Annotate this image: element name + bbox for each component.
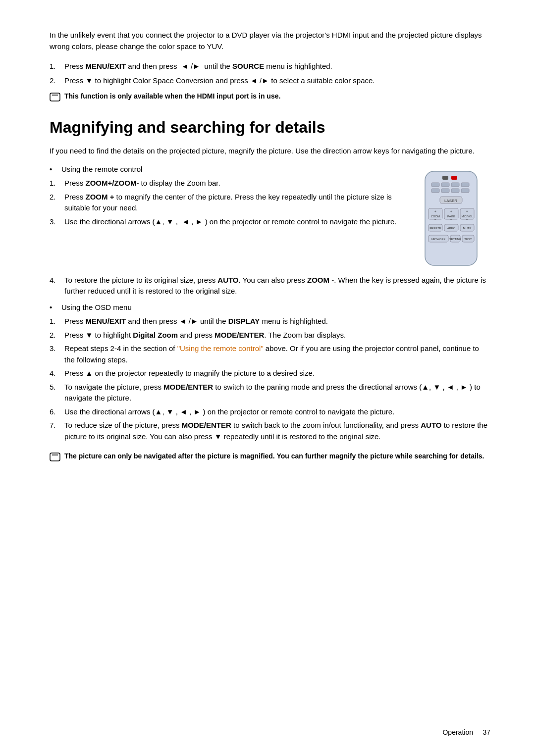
remote-bullet-list: Using the remote control [50, 164, 401, 175]
remote-step-4-container: 4. To restore the picture to its origina… [50, 275, 490, 297]
svg-rect-5 [431, 183, 439, 187]
intro-note: This function is only available when the… [50, 92, 490, 103]
note-icon [50, 93, 60, 103]
svg-rect-12 [461, 189, 469, 193]
svg-rect-9 [431, 189, 439, 193]
remote-step-3: 3. Use the directional arrows (▲, ▼ , ◄ … [50, 216, 401, 228]
svg-text:MUTE: MUTE [463, 227, 471, 230]
section-title: Magnifying and searching for details [50, 118, 490, 137]
intro-paragraph: In the unlikely event that you connect t… [50, 30, 490, 52]
osd-step-1: 1. Press MENU/EXIT and then press ◄ /► u… [50, 316, 490, 327]
svg-text:+: + [450, 210, 452, 213]
osd-label: Using the OSD menu [61, 302, 132, 313]
remote-step-2: 2. Press ZOOM + to magnify the center of… [50, 192, 401, 214]
svg-text:FREEZE: FREEZE [429, 227, 441, 230]
intro-step-1: 1. Press MENU/EXIT and then press ◄ /► u… [50, 61, 490, 72]
remote-bullet-item: Using the remote control [50, 164, 401, 175]
remote-step-1: 1. Press ZOOM+/ZOOM- to display the Zoom… [50, 178, 401, 189]
remote-control-link[interactable]: "Using the remote control" [177, 344, 264, 353]
osd-section: Using the OSD menu 1. Press MENU/EXIT an… [50, 302, 490, 443]
svg-rect-7 [451, 183, 459, 187]
osd-step-7: 7. To reduce size of the picture, press … [50, 420, 490, 442]
osd-step-2: 2. Press ▼ to highlight Digital Zoom and… [50, 330, 490, 341]
remote-section: Using the remote control 1. Press ZOOM+/… [50, 164, 490, 273]
svg-text:−: − [450, 218, 452, 221]
osd-bullet-item: Using the OSD menu [50, 302, 490, 313]
bottom-note-icon [50, 453, 60, 463]
remote-label: Using the remote control [61, 164, 142, 175]
remote-steps-list: 1. Press ZOOM+/ZOOM- to display the Zoom… [50, 178, 401, 227]
page-footer: Operation 37 [442, 728, 490, 736]
svg-text:+: + [466, 210, 468, 213]
section-intro: If you need to find the details on the p… [50, 146, 490, 157]
remote-step-4: 4. To restore the picture to its origina… [50, 275, 490, 297]
svg-text:NETWORK: NETWORK [431, 238, 445, 241]
remote-left-content: Using the remote control 1. Press ZOOM+/… [50, 164, 401, 273]
bottom-note: The picture can only be navigated after … [50, 452, 490, 463]
svg-text:+: + [434, 210, 436, 213]
svg-rect-0 [50, 93, 60, 101]
svg-text:−: − [466, 218, 468, 221]
remote-control-image: LASER + ZOOM − + PAGE − + MIC/VOL − FREE… [411, 164, 490, 273]
svg-rect-11 [451, 189, 459, 193]
osd-bullet-list: Using the OSD menu [50, 302, 490, 313]
svg-rect-10 [441, 189, 449, 193]
intro-note-text: This function is only available when the… [64, 92, 280, 100]
svg-rect-6 [441, 183, 449, 187]
bottom-note-text: The picture can only be navigated after … [64, 452, 484, 460]
osd-step-6: 6. Use the directional arrows (▲, ▼ , ◄ … [50, 406, 490, 418]
svg-text:LASER: LASER [444, 199, 457, 203]
svg-rect-3 [442, 176, 448, 180]
intro-steps-list: 1. Press MENU/EXIT and then press ◄ /► u… [50, 61, 490, 86]
svg-text:APEC: APEC [447, 227, 455, 230]
svg-rect-39 [50, 453, 60, 461]
osd-step-4: 4. Press ▲ on the projector repeatedly t… [50, 368, 490, 379]
osd-step-3: 3. Repeat steps 2-4 in the section of "U… [50, 343, 490, 365]
svg-text:TEST: TEST [464, 238, 472, 241]
svg-text:SETTING: SETTING [449, 238, 461, 241]
footer-label: Operation [442, 728, 473, 736]
intro-step-2: 2. Press ▼ to highlight Color Space Conv… [50, 75, 490, 87]
svg-rect-8 [461, 183, 469, 187]
footer-page: 37 [482, 728, 490, 736]
osd-step-5: 5. To navigate the picture, press MODE/E… [50, 382, 490, 404]
osd-steps-list: 1. Press MENU/EXIT and then press ◄ /► u… [50, 316, 490, 442]
remote-control-svg: LASER + ZOOM − + PAGE − + MIC/VOL − FREE… [418, 169, 484, 273]
svg-rect-4 [451, 176, 457, 180]
svg-text:−: − [434, 218, 436, 221]
